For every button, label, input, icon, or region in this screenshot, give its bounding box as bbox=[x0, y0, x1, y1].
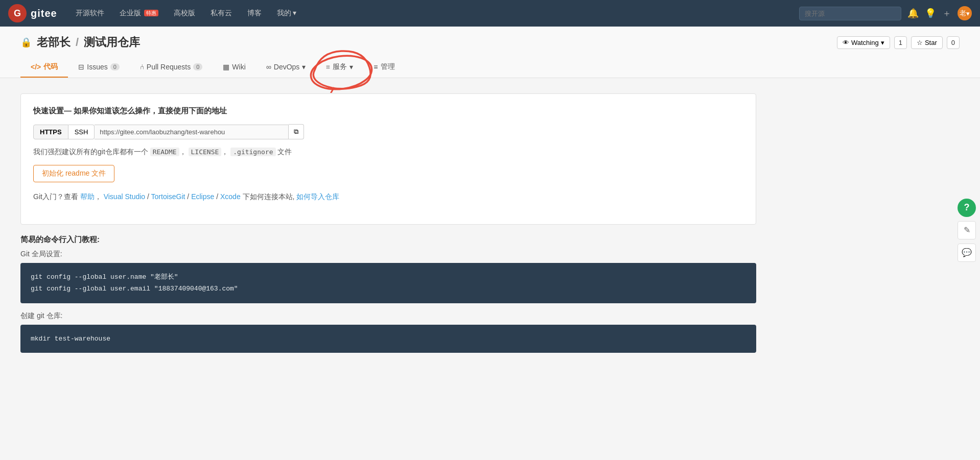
watch-count: 1 bbox=[894, 36, 907, 49]
tortoisegit-link[interactable]: TortoiseGit bbox=[151, 192, 185, 201]
eye-icon: 👁 bbox=[843, 39, 849, 46]
logo-icon: G bbox=[8, 4, 27, 22]
repo-actions: 👁 Watching ▾ 1 ☆ Star 0 bbox=[837, 36, 960, 49]
copy-url-button[interactable]: ⧉ bbox=[289, 124, 304, 139]
repo-separator: / bbox=[76, 36, 79, 49]
tab-wiki[interactable]: ▦ Wiki bbox=[213, 58, 255, 77]
create-repo-label: 创建 git 仓库: bbox=[20, 311, 756, 321]
watch-dropdown-icon: ▾ bbox=[881, 39, 884, 46]
init-readme-button[interactable]: 初始化 readme 文件 bbox=[33, 165, 114, 182]
manage-icon: ≡ bbox=[374, 63, 378, 71]
repo-owner[interactable]: 老部长 bbox=[37, 35, 71, 50]
tab-services-wrapper: ⌗ 服务 ▾ bbox=[316, 57, 363, 78]
nav-right: 🔔 💡 ＋ 老▾ bbox=[799, 6, 972, 20]
repo-header: 🔒 老部长 / 测试用仓库 👁 Watching ▾ 1 ☆ Star 0 </… bbox=[0, 27, 980, 78]
float-buttons: ? ✎ 💬 bbox=[953, 195, 980, 266]
watch-button[interactable]: 👁 Watching ▾ bbox=[837, 36, 890, 49]
gitignore-code: .gitignore bbox=[230, 148, 275, 156]
help-link[interactable]: 帮助 bbox=[80, 192, 95, 201]
copy-icon: ⧉ bbox=[294, 128, 298, 135]
code-icon: </> bbox=[31, 63, 41, 71]
visual-studio-link[interactable]: Visual Studio bbox=[104, 192, 145, 201]
repo-title: 🔒 老部长 / 测试用仓库 bbox=[20, 35, 140, 50]
license-code: LICENSE bbox=[189, 148, 222, 156]
repo-title-row: 🔒 老部长 / 测试用仓库 👁 Watching ▾ 1 ☆ Star 0 bbox=[20, 35, 960, 57]
wiki-icon: ▦ bbox=[223, 63, 229, 71]
star-icon: ☆ bbox=[917, 39, 923, 46]
import-repo-link[interactable]: 如何导入仓库 bbox=[296, 192, 339, 201]
lock-icon: 🔒 bbox=[20, 37, 32, 48]
repo-name[interactable]: 测试用仓库 bbox=[84, 35, 140, 50]
readme-suggestion: 我们强烈建议所有的git仓库都有一个 README， LICENSE， .git… bbox=[33, 148, 743, 157]
edit-float-button[interactable]: ✎ bbox=[958, 221, 976, 239]
edit-icon: ✎ bbox=[964, 225, 970, 235]
git-intro: Git入门？查看 帮助， Visual Studio / TortoiseGit… bbox=[33, 192, 743, 202]
tab-pull-requests[interactable]: ⑃ Pull Requests 0 bbox=[130, 58, 213, 77]
tab-issues[interactable]: ⊟ Issues 0 bbox=[68, 58, 130, 77]
chat-float-button[interactable]: 💬 bbox=[958, 244, 976, 262]
navbar: G gitee 开源软件 企业版 特惠 高校版 私有云 博客 我的 ▾ 🔔 💡 … bbox=[0, 0, 980, 27]
eclipse-link[interactable]: Eclipse bbox=[191, 192, 214, 201]
nav-item-private[interactable]: 私有云 bbox=[204, 6, 238, 21]
ssh-btn[interactable]: SSH bbox=[68, 125, 95, 139]
chat-icon: 💬 bbox=[962, 248, 972, 257]
tutorial-title: 简易的命令行入门教程: bbox=[20, 235, 756, 245]
create-repo-code: mkdir test-warehouse bbox=[20, 325, 756, 353]
nav-item-enterprise[interactable]: 企业版 特惠 bbox=[113, 6, 165, 21]
tab-devops[interactable]: ∞ DevOps ▾ bbox=[256, 58, 316, 77]
tab-services[interactable]: ⌗ 服务 ▾ bbox=[316, 57, 363, 78]
quick-setup-title: 快速设置— 如果你知道该怎么操作，直接使用下面的地址 bbox=[33, 106, 743, 116]
issues-icon: ⊟ bbox=[78, 63, 84, 71]
nav-links: 开源软件 企业版 特惠 高校版 私有云 博客 我的 ▾ bbox=[69, 6, 799, 21]
devops-dropdown-icon: ▾ bbox=[302, 63, 306, 71]
star-button[interactable]: ☆ Star bbox=[911, 36, 943, 49]
nav-item-opensource[interactable]: 开源软件 bbox=[69, 6, 110, 21]
enterprise-badge: 特惠 bbox=[144, 10, 158, 16]
nav-item-university[interactable]: 高校版 bbox=[168, 6, 201, 21]
help-float-button[interactable]: ? bbox=[958, 199, 976, 217]
tab-manage[interactable]: ≡ 管理 bbox=[363, 57, 405, 78]
notification-icon[interactable]: 🔔 bbox=[907, 8, 919, 19]
main-content: 快速设置— 如果你知道该怎么操作，直接使用下面的地址 HTTPS SSH ⧉ 我… bbox=[0, 78, 777, 376]
search-input[interactable] bbox=[799, 7, 901, 20]
https-btn[interactable]: HTTPS bbox=[33, 125, 68, 139]
git-global-code: git config --global user.name "老部长" git … bbox=[20, 263, 756, 303]
git-global-title: Git 全局设置: bbox=[20, 250, 756, 259]
repo-tabs: </> 代码 ⊟ Issues 0 ⑃ Pull Requests 0 ▦ Wi… bbox=[20, 57, 960, 78]
services-dropdown-icon: ▾ bbox=[349, 63, 353, 71]
star-count: 0 bbox=[947, 36, 960, 49]
xcode-link[interactable]: Xcode bbox=[220, 192, 241, 201]
repo-url-input[interactable] bbox=[95, 125, 289, 139]
logo-text: gitee bbox=[31, 8, 57, 19]
issues-badge: 0 bbox=[110, 63, 120, 70]
readme-code: README bbox=[150, 148, 179, 156]
url-row: HTTPS SSH ⧉ bbox=[33, 124, 743, 139]
quick-setup-box: 快速设置— 如果你知道该怎么操作，直接使用下面的地址 HTTPS SSH ⧉ 我… bbox=[20, 93, 756, 225]
pr-badge: 0 bbox=[193, 63, 202, 70]
devops-icon: ∞ bbox=[266, 63, 271, 71]
services-icon: ⌗ bbox=[326, 63, 330, 71]
nav-item-mine[interactable]: 我的 ▾ bbox=[271, 6, 303, 21]
nav-item-blog[interactable]: 博客 bbox=[241, 6, 268, 21]
bulb-icon[interactable]: 💡 bbox=[925, 8, 936, 19]
avatar[interactable]: 老▾ bbox=[958, 6, 972, 20]
tab-code[interactable]: </> 代码 bbox=[20, 57, 68, 78]
pr-icon: ⑃ bbox=[140, 63, 144, 71]
site-logo[interactable]: G gitee bbox=[8, 4, 57, 22]
add-icon[interactable]: ＋ bbox=[942, 7, 951, 19]
